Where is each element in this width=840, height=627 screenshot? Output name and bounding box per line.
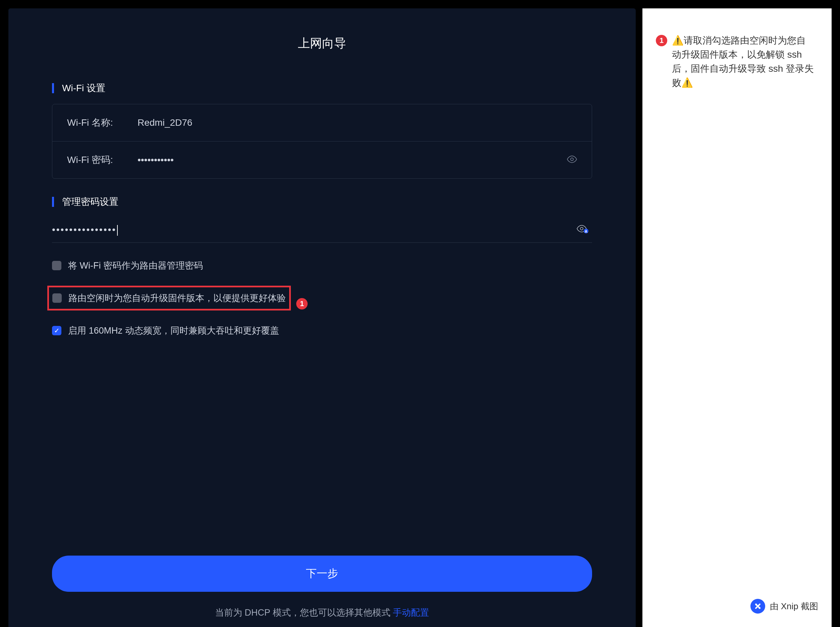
- svg-point-5: [755, 603, 757, 605]
- eye-icon[interactable]: [567, 156, 577, 164]
- admin-section-title: 管理密码设置: [62, 195, 118, 208]
- wifi-password-row: Wi-Fi 密码: •••••••••••: [52, 142, 592, 178]
- svg-text:A: A: [585, 229, 587, 233]
- admin-password-row: ••••••••••••••• A: [52, 217, 592, 243]
- admin-section-header: 管理密码设置: [52, 195, 592, 208]
- setup-wizard-panel: 上网向导 Wi-Fi 设置 Wi-Fi 名称: Wi-Fi 密码: ••••••…: [8, 8, 636, 627]
- checkbox-icon: [52, 261, 62, 270]
- checkbox-label: 将 Wi-Fi 密码作为路由器管理密码: [68, 260, 203, 272]
- text-cursor: [117, 225, 118, 236]
- wifi-name-input[interactable]: [137, 117, 577, 128]
- admin-password-input[interactable]: •••••••••••••••: [52, 224, 592, 236]
- flex-spacer: [52, 351, 592, 556]
- annotation-badge-1: 1: [296, 298, 308, 309]
- wifi-section-header: Wi-Fi 设置: [52, 82, 592, 95]
- checkbox-enable-160mhz[interactable]: ✓ 启用 160MHz 动态频宽，同时兼顾大吞吐和更好覆盖: [52, 325, 592, 337]
- annotation-text: ⚠️请取消勾选路由空闲时为您自动升级固件版本，以免解锁 ssh 后，固件自动升级…: [672, 33, 815, 90]
- highlighted-checkbox-wrapper: 路由空闲时为您自动升级固件版本，以便提供更好体验 1: [52, 286, 592, 322]
- next-button[interactable]: 下一步: [52, 556, 592, 592]
- check-icon: ✓: [54, 327, 60, 334]
- wifi-name-label: Wi-Fi 名称:: [67, 117, 137, 129]
- xnip-watermark: 由 Xnip 截图: [750, 599, 818, 614]
- annotation-panel: 1 ⚠️请取消勾选路由空闲时为您自动升级固件版本，以免解锁 ssh 后，固件自动…: [643, 8, 832, 627]
- checkbox-label: 启用 160MHz 动态频宽，同时兼顾大吞吐和更好覆盖: [68, 325, 279, 337]
- checkbox-use-wifi-password[interactable]: 将 Wi-Fi 密码作为路由器管理密码: [52, 260, 592, 272]
- annotation-item-1: 1 ⚠️请取消勾选路由空闲时为您自动升级固件版本，以免解锁 ssh 后，固件自动…: [656, 33, 815, 90]
- checkbox-auto-upgrade[interactable]: 路由空闲时为您自动升级固件版本，以便提供更好体验: [47, 286, 291, 310]
- wifi-password-input[interactable]: •••••••••••: [137, 154, 577, 165]
- checkbox-icon: ✓: [52, 326, 62, 335]
- wifi-name-row: Wi-Fi 名称:: [52, 104, 592, 142]
- section-accent-bar: [52, 83, 54, 93]
- footer-mode-text: 当前为 DHCP 模式，您也可以选择其他模式 手动配置: [52, 607, 592, 619]
- eye-auto-icon[interactable]: A: [577, 225, 589, 235]
- watermark-text: 由 Xnip 截图: [770, 600, 818, 612]
- manual-config-link[interactable]: 手动配置: [393, 608, 429, 618]
- annotation-badge: 1: [656, 35, 667, 46]
- xnip-icon: [750, 599, 765, 614]
- page-title: 上网向导: [52, 35, 592, 52]
- section-accent-bar: [52, 197, 54, 207]
- wifi-field-group: Wi-Fi 名称: Wi-Fi 密码: •••••••••••: [52, 104, 592, 179]
- svg-point-0: [571, 158, 573, 161]
- wifi-section-title: Wi-Fi 设置: [62, 82, 105, 95]
- wifi-password-label: Wi-Fi 密码:: [67, 154, 137, 166]
- checkbox-icon: [52, 293, 62, 303]
- svg-point-1: [580, 227, 583, 230]
- svg-point-6: [758, 607, 761, 609]
- checkbox-label: 路由空闲时为您自动升级固件版本，以便提供更好体验: [68, 292, 286, 304]
